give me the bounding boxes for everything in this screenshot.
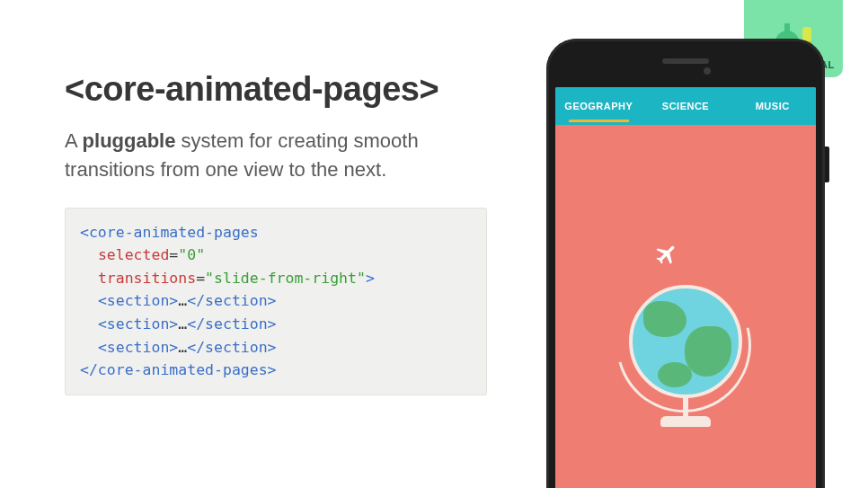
code-block: <core-animated-pages selected="0" transi… [65, 208, 487, 395]
description: A pluggable system for creating smooth t… [65, 127, 487, 184]
phone-mockup: GEOGRAPHY SCIENCE MUSIC [546, 39, 825, 488]
globe-illustration [629, 285, 742, 398]
page-title: <core-animated-pages> [65, 70, 487, 109]
tab-music[interactable]: MUSIC [729, 101, 816, 111]
tab-bar: GEOGRAPHY SCIENCE MUSIC [555, 87, 816, 125]
tab-geography[interactable]: GEOGRAPHY [555, 101, 642, 111]
airplane-icon [654, 242, 679, 267]
content-column: <core-animated-pages> A pluggable system… [65, 70, 487, 395]
tab-science[interactable]: SCIENCE [642, 101, 730, 111]
phone-screen: GEOGRAPHY SCIENCE MUSIC [555, 87, 816, 488]
